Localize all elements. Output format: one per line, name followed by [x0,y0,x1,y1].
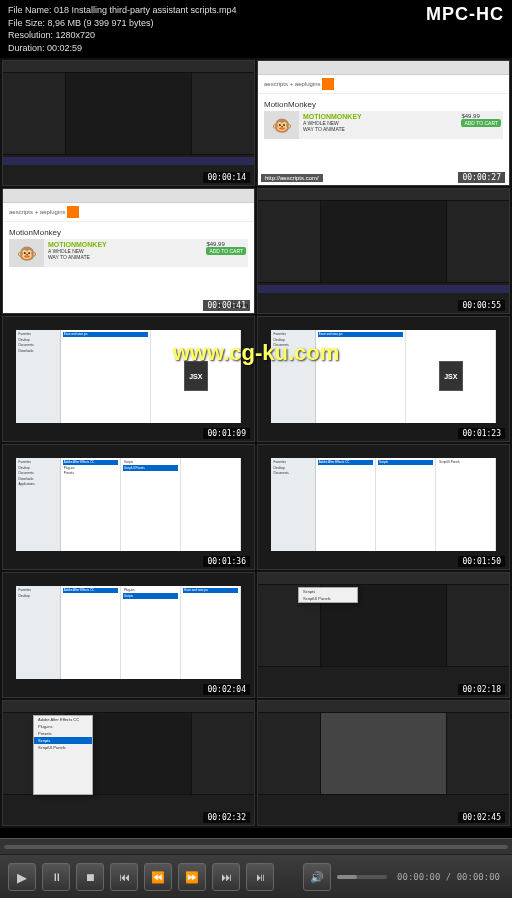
dropdown-menu: Scripts ScriptUI Panels [298,587,358,603]
timestamp: 00:01:36 [203,556,250,567]
finder-overlay: Favorites Desktop Documents Downloads Ea… [3,317,254,441]
file-metadata: File Name: 018 Installing third-party as… [8,4,237,54]
sidebar-item: Downloads [18,348,58,354]
timestamp: 00:00:55 [458,300,505,311]
thumbnail-10[interactable]: Scripts ScriptUI Panels 00:02:18 [257,572,510,698]
watermark-text: www.cg-ku.com [173,340,340,366]
timestamp: 00:02:04 [203,684,250,695]
timestamp: 00:02:45 [458,812,505,823]
next-button[interactable]: ⏭ [212,863,240,891]
sidebar-item: Documents [273,471,313,477]
jsx-file-icon: JSX [439,361,463,391]
menu-item: Presets [34,730,92,737]
player-logo: MPC-HC [426,4,504,25]
ae-ui [258,701,509,825]
menu-item: ScriptUI Panels [299,595,357,602]
file-item: Ease and wizz.jsx [183,588,238,594]
step-button[interactable]: ⏯ [246,863,274,891]
cart-icon [67,206,79,218]
thumbnail-9[interactable]: Favorites Desktop Adobe After Effects CC… [2,572,255,698]
prev-button[interactable]: ⏮ [110,863,138,891]
play-button[interactable]: ▶ [8,863,36,891]
banner-line3: WAY TO ANIMATE [303,126,455,132]
filesize-label: File Size: [8,18,45,28]
pause-button[interactable]: ⏸ [42,863,70,891]
menu-item: Plug-ins [34,723,92,730]
thumbnail-5[interactable]: Favorites Desktop Documents Downloads Ea… [2,316,255,442]
menu-item: Scripts [34,737,92,744]
duration-value: 00:02:59 [47,43,82,53]
site-name: aescripts + aeplugins [264,81,321,87]
stop-button[interactable]: ⏹ [76,863,104,891]
monkey-icon: 🐵 [9,239,44,267]
ae-ui [258,189,509,313]
folder-item: Adobe After Effects CC [63,588,118,594]
time-display: 00:00:00 / 00:00:00 [393,872,504,882]
folder-item: Scripts [123,593,178,599]
seek-track [4,845,508,849]
thumbnail-4[interactable]: 00:00:55 [257,188,510,314]
finder-overlay: Favorites Desktop Documents Ease and wiz… [258,317,509,441]
thumbnail-12[interactable]: 00:02:45 [257,700,510,826]
sidebar-item: Desktop [18,593,58,599]
volume-fill [337,875,357,879]
volume-slider[interactable] [337,875,387,879]
player-controls: ▶ ⏸ ⏹ ⏮ ⏪ ⏩ ⏭ ⏯ 🔊 00:00:00 / 00:00:00 [0,838,512,898]
file-item: Ease and wizz.jsx [63,332,148,338]
mute-button[interactable]: 🔊 [303,863,331,891]
thumbnail-1[interactable]: 00:00:14 [2,60,255,186]
menu-item: Scripts [299,588,357,595]
product-banner: 🐵 MOTIONMONKEY A WHOLE NEW WAY TO ANIMAT… [264,111,503,139]
thumbnail-8[interactable]: Favorites Desktop Documents Adobe After … [257,444,510,570]
thumbnail-11[interactable]: Adobe After Effects CC Plug-ins Presets … [2,700,255,826]
thumbnail-6[interactable]: Favorites Desktop Documents Ease and wiz… [257,316,510,442]
seek-bar[interactable] [0,839,512,855]
filename-label: File Name: [8,5,52,15]
timestamp: 00:00:27 [458,172,505,183]
filesize-value: 8,96 MB (9 399 971 bytes) [48,18,154,28]
duration-label: Duration: [8,43,45,53]
finder-overlay: Favorites Desktop Documents Adobe After … [258,445,509,569]
rewind-button[interactable]: ⏪ [144,863,172,891]
timestamp: 00:00:14 [203,172,250,183]
timestamp: 00:02:18 [458,684,505,695]
timestamp: 00:00:41 [203,300,250,311]
timestamp: 00:02:32 [203,812,250,823]
product-banner: 🐵 MOTIONMONKEY A WHOLE NEW WAY TO ANIMAT… [9,239,248,267]
browser-ui: aescripts + aeplugins MotionMonkey 🐵 MOT… [258,61,509,185]
timestamp: 00:01:09 [203,428,250,439]
resolution-value: 1280x720 [56,30,96,40]
finder-overlay: Favorites Desktop Documents Downloads Ap… [3,445,254,569]
folder-item: ScriptUI Panels [438,460,493,466]
product-title: MotionMonkey [264,100,503,109]
file-info-header: File Name: 018 Installing third-party as… [0,0,512,58]
folder-item: Scripts [378,460,433,466]
jsx-preview: JSX [408,332,493,421]
folder-item: Adobe After Effects CC [318,460,373,466]
menu-item: Adobe After Effects CC [34,716,92,723]
browser-ui: aescripts + aeplugins MotionMonkey 🐵 MOT… [3,189,254,313]
timestamp: 00:01:23 [458,428,505,439]
ae-ui: Adobe After Effects CC Plug-ins Presets … [3,701,254,825]
banner-line3: WAY TO ANIMATE [48,254,200,260]
monkey-icon: 🐵 [264,111,299,139]
banner-line1: MOTIONMONKEY [303,113,455,120]
file-item: Ease and wizz.jsx [318,332,403,338]
thumbnail-2[interactable]: aescripts + aeplugins MotionMonkey 🐵 MOT… [257,60,510,186]
menu-item: ScriptUI Panels [34,744,92,751]
ae-ui: Scripts ScriptUI Panels [258,573,509,697]
thumbnail-7[interactable]: Favorites Desktop Documents Downloads Ap… [2,444,255,570]
dropdown-menu: Adobe After Effects CC Plug-ins Presets … [33,715,93,795]
ae-ui [3,61,254,185]
filename-value: 018 Installing third-party assistant scr… [54,5,237,15]
add-to-cart-button: ADD TO CART [206,247,246,255]
folder-item: ScriptUI Panels [123,465,178,471]
thumbnail-3[interactable]: aescripts + aeplugins MotionMonkey 🐵 MOT… [2,188,255,314]
sidebar-item: Applications [18,482,58,488]
banner-line1: MOTIONMONKEY [48,241,200,248]
finder-overlay: Favorites Desktop Adobe After Effects CC… [3,573,254,697]
resolution-label: Resolution: [8,30,53,40]
add-to-cart-button: ADD TO CART [461,119,501,127]
cart-icon [322,78,334,90]
forward-button[interactable]: ⏩ [178,863,206,891]
